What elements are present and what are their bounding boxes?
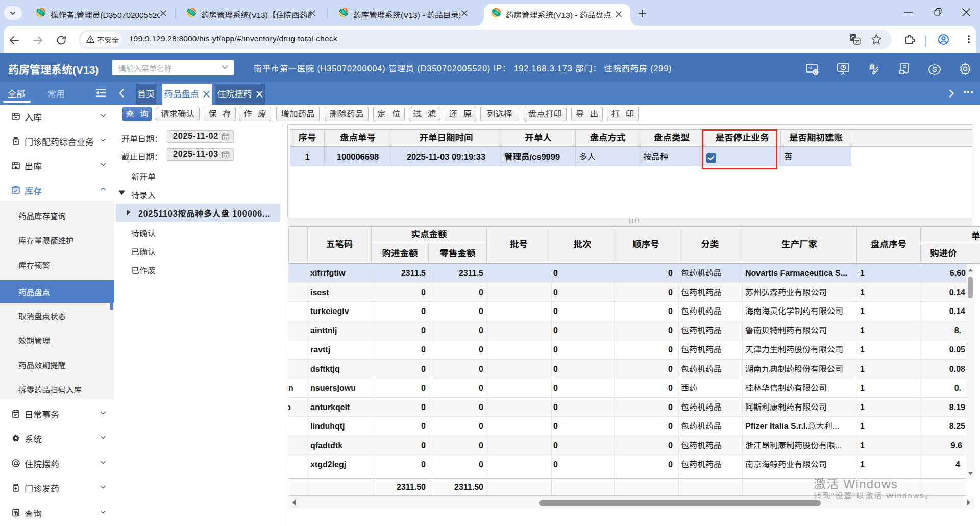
- svg-text:SI: SI: [808, 66, 812, 70]
- svg-text:文: 文: [854, 39, 859, 44]
- svg-text:S: S: [932, 65, 937, 74]
